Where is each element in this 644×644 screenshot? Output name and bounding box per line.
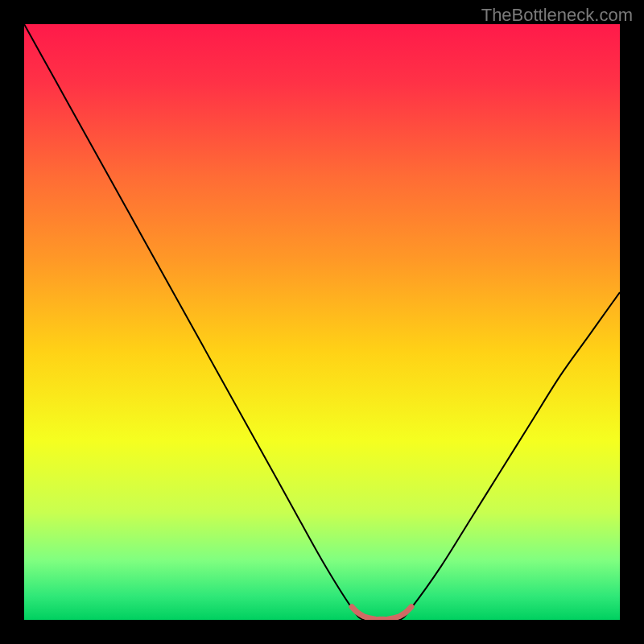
chart-canvas [24,24,620,620]
gradient-background [24,24,620,620]
bottleneck-chart [24,24,620,620]
watermark-text: TheBottleneck.com [481,5,633,26]
